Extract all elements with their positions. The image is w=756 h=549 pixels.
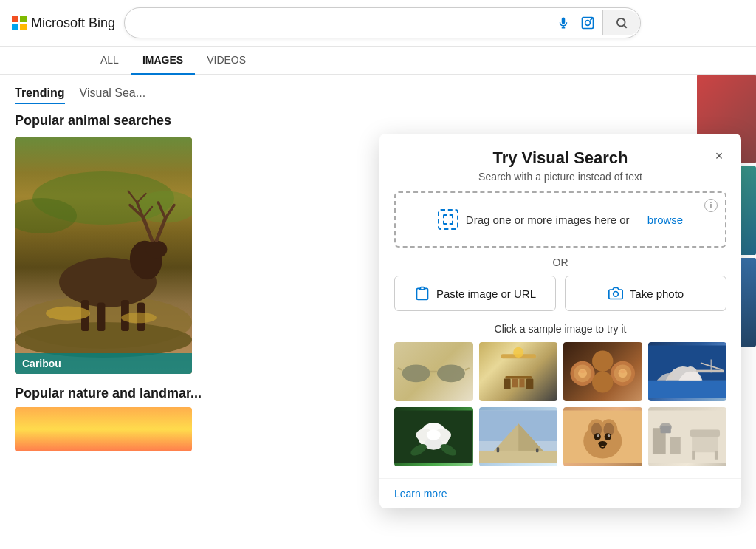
svg-point-80 <box>608 434 611 437</box>
svg-line-17 <box>143 217 152 240</box>
modal-subtitle: Search with a picture instead of text <box>397 171 724 183</box>
svg-rect-40 <box>512 378 517 387</box>
logo: Microsoft Bing <box>12 16 115 31</box>
svg-point-26 <box>46 306 90 320</box>
svg-line-33 <box>398 368 402 369</box>
visual-search-button[interactable] <box>579 14 597 32</box>
voice-search-button[interactable] <box>555 15 571 31</box>
visual-search-modal: Try Visual Search Search with a picture … <box>379 134 741 508</box>
svg-point-48 <box>592 351 613 372</box>
sample-img-opera-house[interactable] <box>648 342 727 401</box>
svg-rect-88 <box>714 451 718 460</box>
main-content: Trending Visual Sea... Popular animal se… <box>0 75 756 549</box>
sample-img-dog[interactable] <box>563 407 642 466</box>
search-input[interactable] <box>137 16 549 30</box>
info-icon[interactable]: i <box>704 199 718 212</box>
svg-rect-90 <box>660 426 670 433</box>
take-photo-label: Take photo <box>630 287 684 300</box>
svg-rect-51 <box>648 381 727 398</box>
or-divider: OR <box>394 256 726 268</box>
take-photo-button[interactable]: Take photo <box>565 276 726 311</box>
drop-zone[interactable]: Drag one or more images here or browse i <box>394 191 726 248</box>
svg-point-1 <box>585 21 591 26</box>
sample-img-furniture[interactable] <box>648 407 727 466</box>
caribou-image[interactable]: Caribou <box>15 137 192 374</box>
caribou-label: Caribou <box>15 353 192 374</box>
svg-rect-39 <box>526 378 532 389</box>
sample-img-coffee[interactable] <box>563 342 642 401</box>
paste-icon <box>414 285 430 301</box>
svg-rect-85 <box>692 435 718 453</box>
logo-text: Microsoft Bing <box>31 16 115 31</box>
drop-zone-content: Drag one or more images here or browse <box>410 209 710 230</box>
sample-img-sunglasses[interactable] <box>394 342 473 401</box>
search-icon-group <box>555 14 597 32</box>
paste-image-button[interactable]: Paste image or URL <box>394 276 556 311</box>
section-tabs: Trending Visual Sea... <box>15 86 682 104</box>
search-bar <box>124 7 641 38</box>
svg-line-4 <box>625 25 627 27</box>
svg-rect-69 <box>496 447 499 452</box>
svg-point-27 <box>121 313 157 323</box>
drop-zone-text: Drag one or more images here or <box>466 214 630 226</box>
svg-point-31 <box>437 365 465 383</box>
svg-line-2 <box>590 18 592 20</box>
modal-title: Try Visual Search <box>397 149 724 168</box>
svg-point-29 <box>613 292 618 297</box>
header: Microsoft Bing <box>0 0 756 47</box>
tab-all[interactable]: ALL <box>89 47 131 75</box>
svg-point-61 <box>427 430 441 440</box>
drop-icon <box>438 209 458 230</box>
ms-logo-icon <box>12 16 27 30</box>
paste-button-label: Paste image or URL <box>436 287 536 300</box>
camera-icon <box>608 285 624 301</box>
svg-point-30 <box>402 365 430 383</box>
svg-rect-84 <box>670 437 680 454</box>
svg-rect-70 <box>535 448 538 452</box>
tab-images[interactable]: IMAGES <box>131 47 195 75</box>
tab-videos[interactable]: VIDEOS <box>195 47 258 75</box>
svg-rect-14 <box>97 303 106 331</box>
modal-header: Try Visual Search Search with a picture … <box>379 134 741 191</box>
sample-img-dining-room[interactable] <box>479 342 558 401</box>
action-buttons: Paste image or URL Take photo <box>394 276 726 311</box>
svg-point-49 <box>592 372 613 392</box>
svg-point-81 <box>598 441 607 446</box>
sample-img-rose[interactable] <box>394 407 473 466</box>
sample-img-pyramid[interactable] <box>479 407 558 466</box>
section-tab-visual-search[interactable]: Visual Sea... <box>80 86 146 104</box>
svg-rect-52 <box>696 370 724 373</box>
browse-link[interactable]: browse <box>647 214 683 226</box>
svg-point-79 <box>597 434 600 437</box>
nav-tabs: ALL IMAGES VIDEOS <box>0 47 756 75</box>
nature-image-preview <box>15 407 192 451</box>
svg-rect-41 <box>519 378 524 387</box>
svg-rect-86 <box>690 430 719 437</box>
modal-body: Drag one or more images here or browse i… <box>379 191 741 478</box>
sample-image-grid <box>394 342 726 466</box>
svg-point-3 <box>617 18 625 27</box>
search-submit-button[interactable] <box>602 10 640 35</box>
svg-rect-38 <box>504 378 510 389</box>
svg-rect-68 <box>479 451 558 463</box>
svg-point-36 <box>513 347 523 358</box>
svg-rect-37 <box>505 376 532 379</box>
modal-close-button[interactable]: × <box>709 146 729 166</box>
sample-heading: Click a sample image to try it <box>394 323 726 335</box>
section-tab-trending[interactable]: Trending <box>15 86 65 104</box>
svg-point-12 <box>146 241 168 259</box>
learn-more-link[interactable]: Learn more <box>379 478 741 508</box>
svg-rect-87 <box>692 451 695 460</box>
popular-animals-heading: Popular animal searches <box>15 113 682 129</box>
svg-line-34 <box>465 368 470 369</box>
